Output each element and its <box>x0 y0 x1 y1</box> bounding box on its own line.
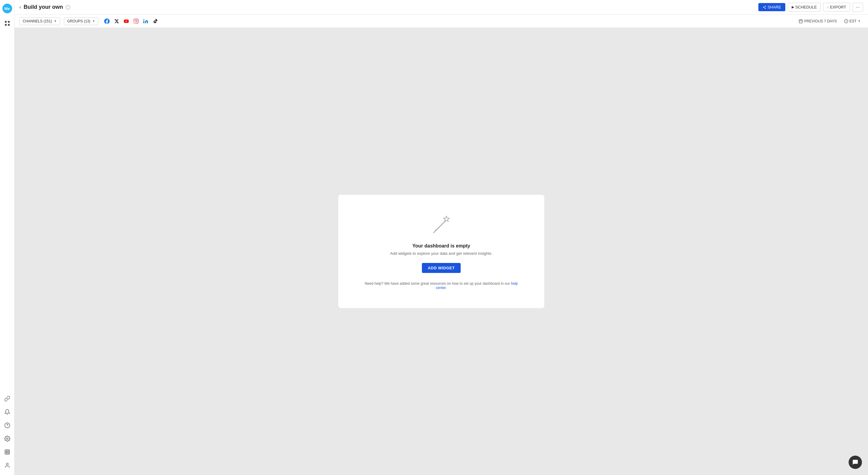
main-content: Your dashboard is empty Add widgets to e… <box>14 28 868 475</box>
svg-rect-2 <box>5 24 7 26</box>
timezone-button[interactable]: EST ▼ <box>842 18 863 25</box>
youtube-icon[interactable] <box>123 18 130 25</box>
empty-state-subtitle: Add widgets to explore your data and get… <box>390 251 492 256</box>
svg-line-26 <box>846 21 847 22</box>
export-button[interactable]: ↑ EXPORT <box>823 3 850 11</box>
grid-icon[interactable] <box>2 18 12 30</box>
avatar[interactable]: Me <box>2 4 12 13</box>
info-icon[interactable] <box>65 5 70 10</box>
svg-rect-7 <box>5 450 9 454</box>
chevron-down-icon: ▼ <box>92 20 95 23</box>
help-text: Need help? We have added some great reso… <box>363 281 520 290</box>
bell-icon[interactable] <box>1 406 13 418</box>
svg-point-17 <box>135 20 137 22</box>
link-icon[interactable] <box>1 393 13 405</box>
schedule-button[interactable]: ▶ SCHEDULE <box>788 3 821 11</box>
svg-point-18 <box>137 20 137 20</box>
svg-line-27 <box>434 220 446 233</box>
table-icon[interactable] <box>1 446 13 458</box>
groups-dropdown[interactable]: GROUPS (13) ▼ <box>64 17 99 25</box>
user-icon[interactable] <box>1 459 13 471</box>
tiktok-icon[interactable] <box>152 18 159 25</box>
facebook-icon[interactable] <box>103 18 111 25</box>
svg-marker-28 <box>443 216 450 222</box>
chat-button[interactable] <box>848 455 862 469</box>
header-actions: SHARE ▶ SCHEDULE ↑ EXPORT ··· <box>758 3 863 12</box>
channel-icons <box>103 18 159 25</box>
header: ‹ Build your own SHARE ▶ SCHEDULE ↑ EXPO… <box>14 0 868 14</box>
svg-rect-16 <box>134 19 138 23</box>
svg-rect-20 <box>799 20 802 23</box>
channels-dropdown[interactable]: CHANNELS (151) ▼ <box>20 17 60 25</box>
svg-rect-1 <box>8 21 10 23</box>
svg-rect-3 <box>8 24 10 26</box>
magic-wand-icon <box>429 213 454 237</box>
sidebar: Me <box>0 0 14 475</box>
linkedin-icon[interactable] <box>142 18 149 25</box>
svg-point-6 <box>6 438 8 440</box>
add-widget-button[interactable]: ADD WIDGET <box>422 263 461 273</box>
toolbar: CHANNELS (151) ▼ GROUPS (13) ▼ <box>14 14 868 28</box>
instagram-icon[interactable] <box>132 18 140 25</box>
svg-point-12 <box>6 463 8 465</box>
more-button[interactable]: ··· <box>852 3 863 12</box>
sidebar-bottom-icons <box>1 393 13 471</box>
twitter-icon[interactable] <box>113 18 120 25</box>
main-wrapper: ‹ Build your own SHARE ▶ SCHEDULE ↑ EXPO… <box>14 0 868 475</box>
empty-state-title: Your dashboard is empty <box>412 243 470 249</box>
svg-point-19 <box>144 19 145 20</box>
svg-rect-0 <box>5 21 7 23</box>
back-button[interactable]: ‹ <box>20 4 21 10</box>
chevron-down-icon: ▼ <box>54 20 57 23</box>
settings-icon[interactable] <box>1 433 13 445</box>
empty-state-card: Your dashboard is empty Add widgets to e… <box>338 195 544 308</box>
toolbar-right: PREVIOUS 7 DAYS EST ▼ <box>796 18 863 25</box>
share-button[interactable]: SHARE <box>758 3 785 11</box>
page-title: Build your own <box>24 4 63 10</box>
help-icon[interactable] <box>1 419 13 432</box>
date-range-button[interactable]: PREVIOUS 7 DAYS <box>796 18 839 25</box>
